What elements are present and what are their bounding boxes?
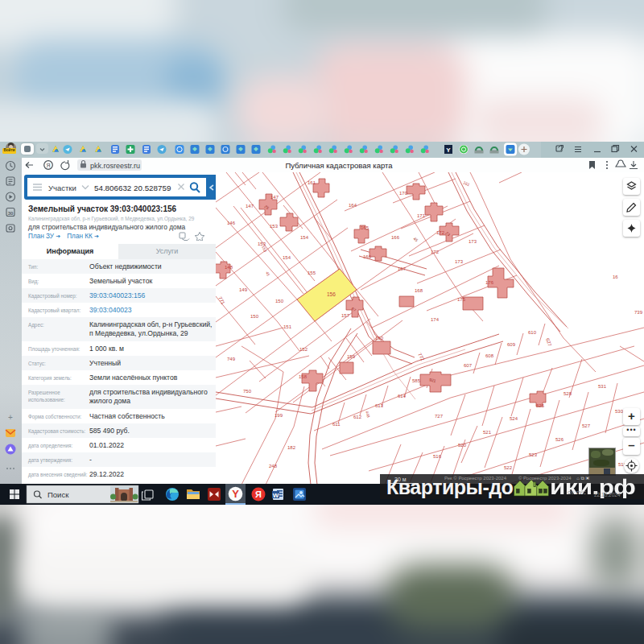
svg-text:151: 151 — [283, 324, 292, 329]
svg-text:154: 154 — [300, 235, 309, 240]
svg-text:Я: Я — [255, 489, 262, 499]
svg-text:585: 585 — [412, 378, 421, 383]
svg-text:520: 520 — [458, 443, 467, 448]
svg-text:172: 172 — [436, 230, 445, 235]
svg-text:167: 167 — [398, 266, 407, 271]
svg-text:173: 173 — [455, 259, 464, 264]
svg-text:152: 152 — [299, 347, 308, 352]
svg-text:448: 448 — [365, 411, 371, 419]
svg-text:172: 172 — [431, 250, 440, 254]
svg-text:611: 611 — [332, 422, 341, 427]
svg-text:147: 147 — [270, 195, 279, 200]
svg-text:750: 750 — [243, 389, 252, 394]
svg-text:147: 147 — [246, 204, 254, 208]
svg-text:45: 45 — [412, 236, 419, 242]
svg-text:531: 531 — [598, 384, 607, 389]
svg-text:613: 613 — [375, 403, 384, 408]
svg-text:158: 158 — [299, 374, 308, 379]
svg-text:153: 153 — [270, 224, 279, 229]
svg-text:157: 157 — [341, 313, 350, 318]
svg-text:248: 248 — [269, 464, 278, 469]
svg-text:739: 739 — [634, 310, 643, 315]
svg-text:527: 527 — [582, 423, 591, 428]
svg-text:161: 161 — [308, 180, 316, 185]
svg-text:Участки: Участки — [48, 184, 76, 192]
svg-text:150: 150 — [250, 314, 259, 319]
svg-text:165: 165 — [361, 225, 369, 230]
svg-text:+: + — [8, 413, 13, 422]
svg-text:171: 171 — [417, 213, 426, 218]
svg-text:Y: Y — [232, 488, 239, 500]
svg-text:160: 160 — [375, 336, 384, 341]
svg-text:612: 612 — [353, 415, 362, 419]
svg-text:173: 173 — [469, 239, 477, 244]
svg-text:166: 166 — [363, 254, 372, 259]
svg-text:524: 524 — [510, 416, 518, 421]
svg-text:156: 156 — [327, 291, 336, 297]
svg-text:149: 149 — [239, 287, 248, 292]
svg-text:164: 164 — [349, 203, 357, 208]
svg-text:627: 627 — [545, 337, 552, 347]
svg-text:159: 159 — [347, 354, 356, 359]
svg-text:528: 528 — [564, 391, 572, 396]
svg-text:607: 607 — [464, 363, 473, 368]
svg-text:526: 526 — [555, 437, 564, 442]
svg-text:521: 521 — [483, 430, 492, 435]
svg-text:Публичная кадастровая карта: Публичная кадастровая карта — [285, 161, 393, 170]
svg-text:749: 749 — [227, 357, 236, 361]
svg-text:771: 771 — [217, 296, 226, 306]
svg-text:166: 166 — [391, 235, 400, 240]
svg-text:pkk.rosreestr.ru: pkk.rosreestr.ru — [90, 162, 140, 170]
svg-text:614: 614 — [398, 394, 407, 398]
svg-text:W: W — [273, 492, 279, 499]
svg-text:16: 16 — [613, 275, 618, 279]
svg-text:170: 170 — [399, 191, 408, 196]
svg-text:610: 610 — [528, 330, 537, 335]
svg-text:30: 30 — [8, 211, 14, 216]
svg-text:45: 45 — [265, 270, 271, 276]
svg-text:727: 727 — [435, 414, 444, 419]
svg-text:155: 155 — [308, 270, 316, 275]
svg-text:175: 175 — [457, 297, 466, 302]
svg-text:516: 516 — [433, 454, 442, 459]
svg-text:153: 153 — [261, 245, 268, 253]
svg-text:522: 522 — [504, 465, 513, 470]
svg-text:609: 609 — [507, 342, 516, 347]
svg-text:Y: Y — [446, 147, 451, 154]
svg-text:54.806632 20.528759: 54.806632 20.528759 — [94, 184, 171, 192]
svg-text:Я: Я — [46, 163, 50, 168]
svg-text:182: 182 — [287, 445, 296, 450]
svg-text:148: 148 — [225, 265, 233, 270]
svg-text:168: 168 — [415, 288, 423, 293]
svg-text:146: 146 — [227, 221, 236, 225]
svg-text:608: 608 — [485, 353, 494, 358]
svg-text:154: 154 — [283, 255, 291, 260]
svg-text:523: 523 — [529, 452, 538, 457]
svg-text:199: 199 — [275, 413, 283, 418]
svg-text:176: 176 — [485, 280, 494, 285]
svg-text:Поиск: Поиск — [47, 490, 69, 499]
svg-text:161: 161 — [463, 180, 471, 187]
svg-text:174: 174 — [431, 317, 440, 322]
svg-text:150: 150 — [275, 299, 284, 303]
svg-text:525: 525 — [536, 403, 545, 408]
